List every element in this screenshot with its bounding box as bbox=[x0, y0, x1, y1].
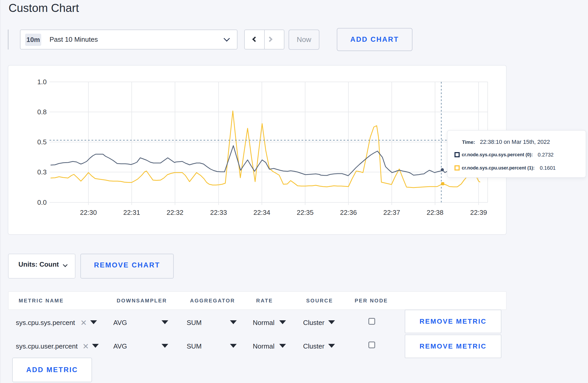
svg-text:1.0: 1.0 bbox=[37, 78, 47, 86]
svg-text:0.8: 0.8 bbox=[37, 108, 47, 116]
svg-text:22:35: 22:35 bbox=[297, 209, 313, 216]
svg-text:22:34: 22:34 bbox=[253, 209, 270, 216]
svg-text:22:31: 22:31 bbox=[123, 209, 140, 216]
svg-text:22:30: 22:30 bbox=[80, 209, 97, 216]
svg-text:22:37: 22:37 bbox=[383, 209, 400, 216]
svg-text:0.3: 0.3 bbox=[37, 168, 47, 176]
svg-text:22:32: 22:32 bbox=[166, 209, 183, 216]
svg-text:0.0: 0.0 bbox=[37, 198, 47, 206]
svg-text:22:36: 22:36 bbox=[340, 209, 357, 216]
svg-text:22:38: 22:38 bbox=[426, 209, 443, 216]
svg-text:0.5: 0.5 bbox=[37, 138, 47, 146]
svg-text:22:39: 22:39 bbox=[470, 209, 487, 216]
svg-text:22:33: 22:33 bbox=[210, 209, 227, 216]
